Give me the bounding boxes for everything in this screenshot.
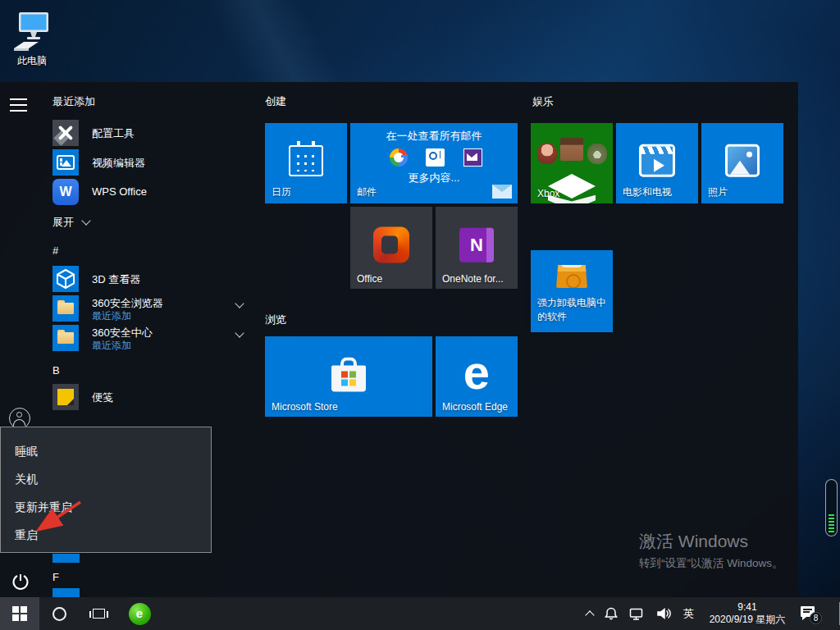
start-button[interactable]	[0, 597, 39, 630]
3d-viewer-icon	[52, 266, 79, 292]
tile-label: Microsoft Store	[272, 401, 338, 413]
hidden-app-tile-fragment	[52, 588, 80, 597]
cortana-icon	[52, 607, 66, 621]
tray-time: 9:41	[705, 601, 790, 614]
letter-header-f[interactable]: F	[52, 571, 59, 583]
hidden-app-tile-fragment	[52, 554, 80, 563]
notification-bell-icon[interactable]	[604, 606, 619, 621]
mail-more-text: 更多内容...	[350, 171, 518, 185]
letter-header-b[interactable]: B	[52, 364, 60, 377]
notification-badge: 8	[810, 612, 822, 624]
video-editor-icon	[52, 149, 79, 176]
app-item-360-browser[interactable]: 360安全浏览器 最近添加	[52, 295, 79, 322]
tile-calendar[interactable]: 日历	[265, 123, 347, 203]
browser-360-icon: e	[129, 603, 151, 625]
tile-movies-tv[interactable]: 电影和电视	[616, 123, 698, 203]
power-button[interactable]	[11, 572, 30, 591]
menu-item-sleep[interactable]: 睡眠	[15, 445, 38, 459]
tile-label: Office	[357, 273, 382, 285]
network-icon[interactable]	[629, 606, 646, 621]
power-flyout-menu: 睡眠 关机 更新并重启 重启	[0, 427, 212, 553]
expand-label: 展开	[52, 216, 74, 228]
app-item-360-center[interactable]: 360安全中心 最近添加	[52, 325, 79, 351]
group-header-entertainment: 娱乐	[532, 94, 554, 109]
uninstaller-box-icon	[556, 265, 587, 288]
outlook-icon	[426, 148, 445, 167]
app-sub-label: 最近添加	[92, 339, 131, 353]
config-tool-icon	[52, 120, 79, 146]
recent-added-header: 最近添加	[52, 94, 95, 109]
tile-photos[interactable]: 照片	[701, 123, 783, 203]
app-item-video-editor[interactable]: 视频编辑器	[52, 149, 79, 176]
app-label: WPS Office	[92, 185, 147, 198]
app-label: 视频编辑器	[92, 156, 145, 171]
xbox-avatar-icon	[537, 143, 557, 164]
app-item-sticky-notes[interactable]: 便笺	[52, 384, 79, 410]
hamburger-menu-button[interactable]	[10, 98, 30, 118]
google-icon	[390, 148, 408, 167]
system-tray: 英 9:41 2020/9/19 星期六 8	[587, 597, 819, 630]
task-view-icon	[93, 609, 105, 619]
edge-icon: e	[463, 349, 490, 396]
tile-label: 照片	[708, 185, 728, 199]
chevron-down-icon[interactable]	[235, 299, 244, 308]
app-label: 配置工具	[92, 126, 135, 141]
mail-envelope-icon	[492, 185, 512, 199]
tile-label: 邮件	[357, 185, 377, 199]
tile-label: 强力卸载电脑中 的软件	[537, 296, 613, 324]
purple-mail-icon	[463, 148, 482, 167]
tile-xbox[interactable]: Xbox	[531, 123, 613, 203]
chevron-up-icon	[585, 610, 594, 619]
letter-header-hash[interactable]: #	[52, 244, 58, 257]
action-center-button[interactable]: 8	[801, 605, 819, 622]
tile-uninstaller[interactable]: 强力卸载电脑中 的软件	[531, 250, 613, 332]
browser-360-button[interactable]: e	[120, 597, 159, 630]
desktop-icon-this-pc[interactable]: 此电脑	[5, 7, 59, 69]
chevron-down-icon	[81, 216, 90, 225]
onenote-icon: N	[459, 228, 494, 262]
chevron-down-icon[interactable]	[235, 328, 244, 337]
wps-office-icon: W	[52, 179, 79, 205]
xbox-avatar-icon	[587, 144, 607, 164]
watermark-subtitle: 转到“设置”以激活 Windows。	[639, 556, 783, 571]
photos-icon	[725, 144, 760, 177]
app-sub-label: 最近添加	[92, 309, 131, 323]
xbox-avatar-icon	[560, 138, 583, 161]
cortana-button[interactable]	[39, 597, 79, 630]
tray-date: 2020/9/19 星期六	[705, 614, 790, 626]
sticky-note-icon	[52, 384, 79, 410]
windows-logo-icon	[12, 606, 27, 621]
menu-item-update-restart[interactable]: 更新并重启	[15, 500, 72, 515]
app-item-3d-viewer[interactable]: 3D 查看器	[52, 266, 79, 292]
tile-mail[interactable]: 在一处查看所有邮件 更多内容... 邮件	[350, 123, 518, 203]
tile-label: OneNote for...	[442, 273, 504, 285]
tray-expand-button[interactable]	[587, 609, 593, 619]
this-pc-icon	[11, 10, 53, 52]
tile-office[interactable]: Office	[350, 207, 432, 289]
menu-item-shutdown[interactable]: 关机	[15, 472, 38, 487]
tile-label: 日历	[272, 185, 291, 199]
calendar-icon	[289, 145, 323, 176]
edge-speed-gauge-widget[interactable]	[825, 479, 838, 536]
store-icon	[331, 355, 366, 391]
group-header-create: 创建	[265, 94, 286, 109]
tile-microsoft-edge[interactable]: e Microsoft Edge	[436, 336, 518, 417]
menu-item-restart[interactable]: 重启	[15, 528, 38, 543]
tile-onenote[interactable]: N OneNote for...	[436, 207, 518, 289]
language-indicator[interactable]: 英	[683, 606, 694, 621]
tile-microsoft-store[interactable]: Microsoft Store	[265, 336, 432, 417]
expand-control[interactable]: 展开	[52, 215, 89, 230]
task-view-button[interactable]	[79, 597, 118, 630]
folder-icon	[52, 325, 79, 351]
app-label: 便笺	[92, 390, 113, 405]
folder-icon	[52, 295, 79, 322]
activation-watermark: 激活 Windows 转到“设置”以激活 Windows。	[639, 530, 783, 571]
volume-icon[interactable]	[656, 606, 673, 621]
movies-tv-icon	[639, 144, 675, 177]
group-header-browse: 浏览	[265, 313, 286, 327]
watermark-title: 激活 Windows	[639, 530, 783, 553]
app-label: 3D 查看器	[92, 272, 140, 287]
clock[interactable]: 9:41 2020/9/19 星期六	[705, 601, 790, 626]
app-item-config-tool[interactable]: 配置工具	[52, 120, 79, 146]
office-icon	[373, 226, 409, 262]
